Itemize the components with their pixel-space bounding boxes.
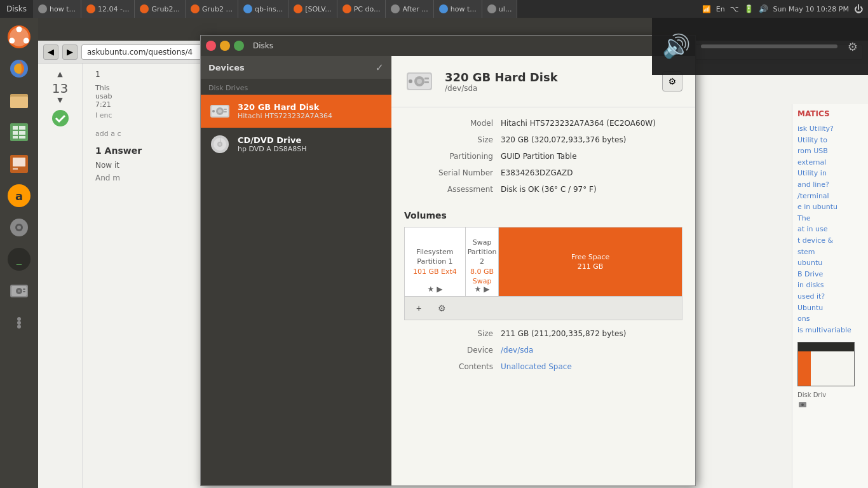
browser-tab-7[interactable]: PC do...	[337, 0, 386, 18]
disks-icon	[8, 280, 31, 302]
browser-tab-3[interactable]: Grub2...	[135, 0, 186, 18]
settings-overlay-icon[interactable]: ⚙	[848, 40, 858, 53]
svg-point-30	[17, 325, 21, 329]
device-model-hdd: Hitachi HTS723232A7A364	[238, 112, 332, 120]
browser-tab-9[interactable]: how t...	[434, 0, 482, 18]
browser-tab-5[interactable]: qb-ins...	[238, 0, 288, 18]
dock-item-amazon[interactable]: a	[5, 182, 33, 210]
gear-icon: ⚙	[668, 76, 677, 86]
datetime: Sun May 10 10:28 PM	[773, 5, 849, 13]
dock-item-more[interactable]	[5, 309, 33, 337]
svg-rect-17	[13, 158, 25, 166]
svg-rect-50	[424, 81, 429, 83]
browser-forward-button[interactable]: ▶	[62, 44, 78, 60]
thumbnail-area: Disk Driv	[797, 342, 863, 411]
dock-item-terminal[interactable]: _	[5, 245, 33, 273]
dock-item-ubuntu[interactable]	[5, 23, 33, 51]
vol-segment-freespace[interactable]: Free Space211 GB	[499, 227, 682, 296]
dock-item-spreadsheet[interactable]	[5, 118, 33, 146]
power-icon: ⏻	[854, 4, 863, 14]
vol-segment-filesystem[interactable]: FilesystemPartition 1101 GB Ext4 ★ ▶	[405, 227, 466, 296]
close-button[interactable]	[206, 41, 216, 51]
window-title: Disks	[253, 41, 273, 50]
star-icon-swap[interactable]: ★	[475, 285, 482, 294]
svg-point-21	[17, 226, 21, 229]
browser-tab-2[interactable]: 12.04 -...	[81, 0, 135, 18]
dock-item-files[interactable]	[5, 86, 33, 114]
svg-rect-39	[224, 111, 227, 112]
browser-tab-10[interactable]: ul...	[482, 0, 518, 18]
play-icon-swap[interactable]: ▶	[484, 285, 489, 294]
device-name-hdd: 320 GB Hard Disk	[238, 102, 332, 112]
disks-body: Devices ✓ Disk Drives	[201, 56, 695, 485]
vol-actions-swap: ★ ▶	[475, 285, 490, 294]
tab-label-5: qb-ins...	[255, 5, 283, 13]
presentation-icon	[8, 152, 31, 175]
vol-name-swap: SwapPartition 28.0 GB Swap	[468, 238, 497, 287]
vote-count: 13	[43, 81, 77, 96]
svg-rect-15	[19, 136, 25, 139]
dock-item-disks[interactable]	[5, 277, 33, 305]
dock-item-settings[interactable]	[5, 214, 33, 241]
svg-point-3	[9, 38, 15, 44]
sel-device-value: /dev/sda	[501, 344, 682, 356]
prop-size-value: 320 GB (320,072,933,376 bytes)	[501, 134, 682, 146]
device-item-dvd[interactable]: CD/DVD Drive hp DVD A DS8A8SH	[201, 128, 391, 161]
vol-segment-swap[interactable]: SwapPartition 28.0 GB Swap ★ ▶	[466, 227, 499, 296]
taskbar-right: 📶 En ⌥ 🔋 🔊 Sun May 10 10:28 PM ⏻	[697, 4, 868, 14]
svg-point-40	[212, 110, 215, 112]
vote-down-btn[interactable]: ▼	[43, 96, 77, 104]
browser-tab-6[interactable]: [SOLV...	[288, 0, 337, 18]
svg-rect-27	[23, 291, 25, 292]
svg-point-29	[17, 321, 21, 325]
maximize-button[interactable]	[234, 41, 244, 51]
prop-serial-label: Serial Number	[404, 167, 493, 179]
dock-item-firefox[interactable]	[5, 55, 33, 83]
add-volume-button[interactable]: +	[410, 299, 428, 317]
disk-icon-large	[404, 66, 435, 97]
svg-rect-8	[11, 94, 18, 97]
dock-item-presentation[interactable]	[5, 150, 33, 178]
svg-rect-18	[13, 168, 18, 170]
tab-favicon-4	[191, 4, 200, 13]
site-left-column: ▲ 13 ▼	[38, 64, 83, 488]
sel-device-label: Device	[404, 344, 493, 356]
tab-favicon-1	[38, 4, 47, 13]
volume-slider[interactable]	[701, 44, 837, 48]
prop-serial-value: E3834263DZGAZD	[501, 167, 682, 179]
tab-favicon-10	[487, 4, 496, 13]
terminal-icon: _	[8, 248, 31, 271]
device-model-dvd: hp DVD A DS8A8SH	[238, 145, 306, 153]
thumb-label: Disk Driv	[797, 391, 863, 398]
vote-up-btn[interactable]: ▲	[43, 70, 77, 78]
play-icon-fs[interactable]: ▶	[437, 285, 442, 294]
star-icon-fs[interactable]: ★	[427, 285, 434, 294]
tab-label-2: 12.04 -...	[98, 5, 129, 13]
device-item-hdd[interactable]: 320 GB Hard Disk Hitachi HTS723232A7A364	[201, 95, 391, 128]
svg-point-51	[409, 79, 412, 83]
browser-back-button[interactable]: ◀	[43, 44, 58, 60]
minimize-button[interactable]	[220, 41, 230, 51]
tab-label-6: [SOLV...	[305, 5, 331, 13]
sel-size-value: 211 GB (211,200,335,872 bytes)	[501, 328, 682, 339]
volume-settings-button[interactable]: ⚙	[433, 299, 451, 317]
svg-point-2	[24, 38, 29, 44]
svg-point-33	[801, 403, 804, 406]
browser-tab-4[interactable]: Grub2 ...	[186, 0, 238, 18]
svg-rect-38	[224, 109, 227, 110]
disk-main-title: 320 GB Hard Disk	[445, 71, 652, 84]
wifi-icon: 📶	[702, 5, 711, 13]
browser-tab-8[interactable]: After ...	[386, 0, 433, 18]
site-right-sidebar: MATICS isk Utility? Utility torom USB ex…	[792, 104, 868, 488]
keyboard-layout: En	[716, 5, 725, 13]
browser-tab-1[interactable]: how t...	[33, 0, 81, 18]
device-info-hdd: 320 GB Hard Disk Hitachi HTS723232A7A364	[238, 102, 332, 120]
devices-check-icon: ✓	[376, 62, 384, 74]
spreadsheet-icon	[8, 121, 31, 144]
prop-size-label: Size	[404, 134, 493, 146]
svg-rect-49	[424, 78, 429, 79]
prop-assessment-label: Assessment	[404, 184, 493, 195]
tab-favicon-7	[342, 4, 351, 13]
hdd-device-icon	[208, 100, 231, 123]
disk-properties: Model Hitachi HTS723232A7A364 (EC2OA60W)…	[391, 107, 695, 205]
